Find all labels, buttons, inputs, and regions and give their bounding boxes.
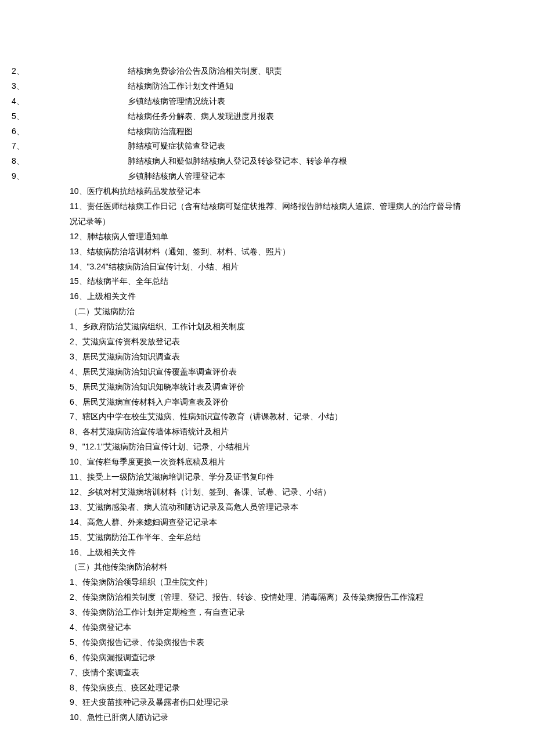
- list-item: 12、肺结核病人管理通知单: [70, 229, 464, 244]
- list-item: 1、传染病防治领导组织（卫生院文件）: [70, 575, 464, 590]
- list-item: 12、乡镇对村艾滋病培训材料（计划、签到、备课、试卷、记录、小结）: [70, 485, 464, 500]
- list-item: 10、宣传栏每季度更换一次资料底稿及相片: [70, 455, 464, 470]
- section-c: （三）其他传染病防治材料 1、传染病防治领导组织（卫生院文件） 2、传染病防治相…: [70, 560, 464, 725]
- item-number: 3、: [70, 79, 128, 94]
- item-text: 肺结核可疑症状筛查登记表: [128, 141, 225, 150]
- item-number: 8、: [70, 154, 128, 169]
- list-item: 2、传染病防治相关制度（管理、登记、报告、转诊、疫情处理、消毒隔离）及传染病报告…: [70, 590, 464, 605]
- item-text: 肺结核病人和疑似肺结核病人登记及转诊登记本、转诊单存根: [128, 156, 347, 165]
- item-text: 结核病防治流程图: [128, 127, 193, 136]
- list-item: 10、医疗机构抗结核药品发放登记本: [70, 184, 464, 199]
- list-item: 8、各村艾滋病防治宣传墙体标语统计及相片: [70, 424, 464, 440]
- section-a: 2、结核病免费诊治公告及防治相关制度、职责 3、结核病防治工作计划文件通知 4、…: [70, 64, 464, 304]
- list-item: 7、肺结核可疑症状筛查登记表: [70, 139, 464, 154]
- item-number: 2、: [70, 64, 128, 79]
- list-item: 16、上级相关文件: [70, 545, 464, 560]
- list-item: 5、传染病报告记录、传染病报告卡表: [70, 635, 464, 650]
- list-item: 6、结核病防治流程图: [70, 124, 464, 139]
- list-item: 2、结核病免费诊治公告及防治相关制度、职责: [70, 64, 464, 79]
- document-body: 2、结核病免费诊治公告及防治相关制度、职责 3、结核病防治工作计划文件通知 4、…: [70, 64, 464, 725]
- list-item: 15、结核病半年、全年总结: [70, 274, 464, 289]
- list-item: 9、乡镇肺结核病人管理登记本: [70, 169, 464, 184]
- list-item: 4、乡镇结核病管理情况统计表: [70, 94, 464, 109]
- list-item: 6、传染病漏报调查记录: [70, 650, 464, 665]
- list-item: 3、结核病防治工作计划文件通知: [70, 79, 464, 94]
- list-item: 5、居民艾滋病防治知识知晓率统计表及调查评价: [70, 380, 464, 395]
- item-text: 结核病防治工作计划文件通知: [128, 81, 233, 91]
- list-item: 11、接受上一级防治艾滋病培训记录、学分及证书复印件: [70, 470, 464, 485]
- list-item: 10、急性已肝病人随访记录: [70, 710, 464, 725]
- section-title: （三）其他传染病防治材料: [70, 560, 464, 575]
- item-number: 9、: [70, 169, 128, 184]
- item-number: 7、: [70, 139, 128, 154]
- list-item: 5、结核病任务分解表、病人发现进度月报表: [70, 109, 464, 124]
- item-number: 4、: [70, 94, 128, 109]
- list-item: 4、居民艾滋病防治知识宣传覆盖率调查评价表: [70, 365, 464, 380]
- list-item: 14、高危人群、外来媳妇调查登记记录本: [70, 515, 464, 530]
- list-item: 4、传染病登记本: [70, 620, 464, 635]
- list-item: 7、疫情个案调查表: [70, 665, 464, 681]
- list-item: 16、上级相关文件: [70, 289, 464, 304]
- item-text: 乡镇结核病管理情况统计表: [128, 96, 225, 106]
- list-item: 11、责任医师结核病工作日记（含有结核病可疑症状推荐、网络报告肺结核病人追踪、管…: [70, 199, 464, 229]
- item-number: 5、: [70, 109, 128, 124]
- list-item: 8、肺结核病人和疑似肺结核病人登记及转诊登记本、转诊单存根: [70, 154, 464, 169]
- list-item: 7、辖区内中学在校生艾滋病、性病知识宣传教育（讲课教材、记录、小结）: [70, 409, 464, 424]
- item-text: 乡镇肺结核病人管理登记本: [128, 171, 225, 181]
- list-item: 3、居民艾滋病防治知识调查表: [70, 350, 464, 365]
- list-item: 13、艾滋病感染者、病人流动和随访记录及高危人员管理记录本: [70, 500, 464, 515]
- item-number: 6、: [70, 124, 128, 139]
- list-item: 9、"12.1"艾滋病防治日宣传计划、记录、小结相片: [70, 440, 464, 455]
- list-item: 6、居民艾滋病宣传材料入户率调查表及评价: [70, 395, 464, 410]
- list-item: 14、"3.24"结核病防治日宣传计划、小结、相片: [70, 260, 464, 275]
- list-item: 15、艾滋病防治工作半年、全年总结: [70, 530, 464, 545]
- item-text: 结核病任务分解表、病人发现进度月报表: [128, 111, 274, 121]
- item-text: 结核病免费诊治公告及防治相关制度、职责: [128, 66, 282, 75]
- list-item: 3、传染病防治工作计划并定期检查，有自查记录: [70, 605, 464, 620]
- list-item: 2、艾滋病宣传资料发放登记表: [70, 334, 464, 350]
- section-b: （二）艾滋病防治 1、乡政府防治艾滋病组织、工作计划及相关制度 2、艾滋病宣传资…: [70, 304, 464, 560]
- list-item: 8、传染病疫点、疫区处理记录: [70, 681, 464, 696]
- list-item: 1、乡政府防治艾滋病组织、工作计划及相关制度: [70, 319, 464, 334]
- list-item: 9、狂犬疫苗接种记录及暴露者伤口处理记录: [70, 695, 464, 710]
- list-item: 13、结核病防治培训材料（通知、签到、材料、试卷、照片）: [70, 244, 464, 260]
- section-title: （二）艾滋病防治: [70, 304, 464, 319]
